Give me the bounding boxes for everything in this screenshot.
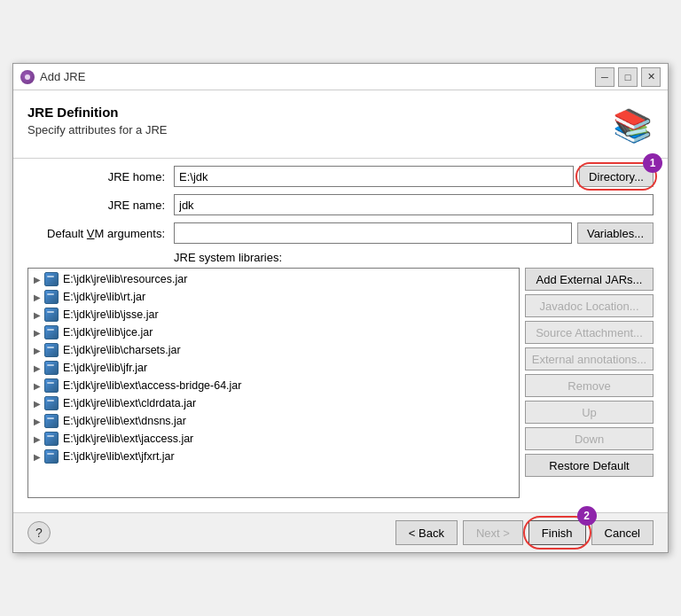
lib-path: E:\jdk\jre\lib\ext\dnsns.jar [63,415,186,427]
libraries-section: ▶ E:\jdk\jre\lib\resources.jar ▶ E:\jdk\… [27,268,654,498]
title-bar-left: Add JRE [20,70,85,84]
expand-arrow-icon: ▶ [34,399,41,409]
jar-icon [44,396,59,410]
default-vm-input[interactable] [174,222,572,244]
expand-arrow-icon: ▶ [34,434,41,444]
source-attachment-button[interactable]: Source Attachment... [525,321,654,344]
expand-arrow-icon: ▶ [34,328,41,338]
jar-icon [44,308,59,322]
directory-button[interactable]: Directory... [579,166,654,187]
list-item[interactable]: ▶ E:\jdk\jre\lib\rt.jar [28,288,519,306]
library-buttons: Add External JARs... Javadoc Location...… [525,268,654,498]
lib-path: E:\jdk\jre\lib\resources.jar [63,273,187,285]
expand-arrow-icon: ▶ [34,275,41,285]
expand-arrow-icon: ▶ [34,346,41,355]
dialog-content: JRE Definition Specify attributes for a … [13,90,668,512]
badge-1: 1 [643,153,662,173]
up-button[interactable]: Up [525,401,654,424]
expand-arrow-icon: ▶ [34,363,41,373]
libraries-list-wrapper: ▶ E:\jdk\jre\lib\resources.jar ▶ E:\jdk\… [27,268,520,498]
jre-home-input[interactable] [174,166,574,187]
back-button[interactable]: < Back [395,520,458,545]
cancel-button[interactable]: Cancel [591,520,654,545]
maximize-button[interactable]: □ [618,67,638,87]
list-item[interactable]: ▶ E:\jdk\jre\lib\jfr.jar [28,359,519,377]
list-item[interactable]: ▶ E:\jdk\jre\lib\ext\access-bridge-64.ja… [28,377,519,394]
list-item[interactable]: ▶ E:\jdk\jre\lib\jce.jar [28,324,519,341]
app-icon [20,70,35,84]
variables-button[interactable]: Variables... [577,222,654,244]
down-button[interactable]: Down [525,427,654,450]
next-button[interactable]: Next > [463,520,523,545]
list-item[interactable]: ▶ E:\jdk\jre\lib\ext\jaccess.jar [28,430,519,448]
jar-icon [44,325,59,339]
header-section: JRE Definition Specify attributes for a … [27,105,654,147]
list-item[interactable]: ▶ E:\jdk\jre\lib\charsets.jar [28,341,519,359]
list-item[interactable]: ▶ E:\jdk\jre\lib\ext\cldrdata.jar [28,394,519,412]
jre-home-row: JRE home: 1 Directory... [27,166,654,187]
dialog-subtitle: Specify attributes for a JRE [27,123,168,136]
finish-button-wrapper: 2 Finish [528,520,586,545]
header-text: JRE Definition Specify attributes for a … [27,105,168,136]
default-vm-row: Default VM arguments: Variables... [27,222,654,244]
jre-name-row: JRE name: [27,194,654,215]
dialog-footer: ? < Back Next > 2 Finish Cancel [13,512,668,552]
default-vm-label: Default VM arguments: [27,227,174,240]
header-icon: 📚 [611,105,654,147]
restore-default-button[interactable]: Restore Default [525,454,654,477]
header-separator [13,158,668,159]
footer-right: < Back Next > 2 Finish Cancel [395,520,654,545]
books-icon: 📚 [613,107,653,144]
list-item[interactable]: ▶ E:\jdk\jre\lib\ext\dnsns.jar [28,412,519,430]
expand-arrow-icon: ▶ [34,381,41,391]
list-item[interactable]: ▶ E:\jdk\jre\lib\jsse.jar [28,306,519,324]
badge-2: 2 [577,506,597,526]
jar-icon [44,414,59,428]
list-item[interactable]: ▶ E:\jdk\jre\lib\resources.jar [28,270,519,288]
expand-arrow-icon: ▶ [34,292,41,302]
lib-path: E:\jdk\jre\lib\charsets.jar [63,344,181,356]
javadoc-location-button[interactable]: Javadoc Location... [525,294,654,317]
jar-icon [44,432,59,446]
finish-button[interactable]: Finish [528,520,586,545]
lib-path: E:\jdk\jre\lib\ext\jaccess.jar [63,433,193,445]
libraries-label: JRE system libraries: [174,251,654,264]
expand-arrow-icon: ▶ [34,310,41,320]
close-button[interactable]: ✕ [641,67,661,87]
jre-name-label: JRE name: [27,199,174,212]
remove-button[interactable]: Remove [525,374,654,397]
lib-path: E:\jdk\jre\lib\jce.jar [63,326,153,339]
jre-home-label: JRE home: [27,170,174,183]
jar-icon [44,449,59,464]
add-external-jars-button[interactable]: Add External JARs... [525,268,654,291]
libraries-list: ▶ E:\jdk\jre\lib\resources.jar ▶ E:\jdk\… [28,269,519,497]
jar-icon [44,272,59,286]
lib-path: E:\jdk\jre\lib\ext\cldrdata.jar [63,397,196,409]
directory-btn-wrapper: 1 Directory... [579,166,654,187]
jar-icon [44,361,59,375]
jar-icon [44,378,59,393]
expand-arrow-icon: ▶ [34,417,41,426]
external-annotations-button[interactable]: External annotations... [525,347,654,370]
jar-icon [44,290,59,304]
help-button[interactable]: ? [27,521,51,544]
jre-name-input[interactable] [174,194,654,215]
lib-path: E:\jdk\jre\lib\jfr.jar [63,362,147,374]
add-jre-window: Add JRE ─ □ ✕ JRE Definition Specify att… [12,63,669,553]
minimize-button[interactable]: ─ [595,67,614,87]
lib-path: E:\jdk\jre\lib\rt.jar [63,291,145,303]
window-title: Add JRE [40,70,85,83]
title-bar: Add JRE ─ □ ✕ [13,64,668,90]
footer-left: ? [27,521,51,544]
jar-icon [44,343,59,357]
list-item[interactable]: ▶ E:\jdk\jre\lib\ext\jfxrt.jar [28,448,519,465]
expand-arrow-icon: ▶ [34,452,41,462]
lib-path: E:\jdk\jre\lib\jsse.jar [63,308,159,321]
dialog-title: JRE Definition [27,105,168,120]
lib-path: E:\jdk\jre\lib\ext\access-bridge-64.jar [63,379,241,392]
lib-path: E:\jdk\jre\lib\ext\jfxrt.jar [63,450,175,463]
window-controls: ─ □ ✕ [595,67,661,87]
